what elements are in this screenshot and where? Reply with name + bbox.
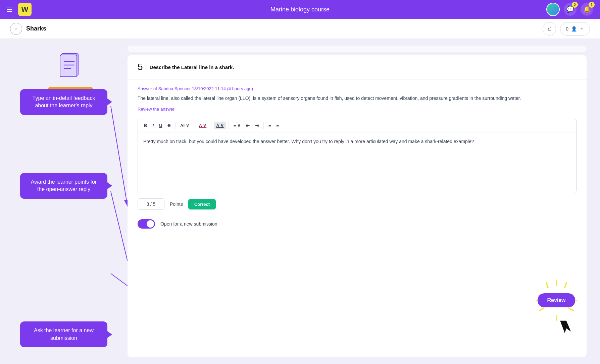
- svg-line-5: [111, 106, 128, 206]
- score-icon: 👤: [571, 26, 577, 32]
- svg-line-16: [546, 283, 548, 288]
- nav-right-actions: 💬 2 🔔 1: [546, 3, 593, 16]
- italic-button[interactable]: I: [150, 122, 156, 129]
- feedback-editor[interactable]: B I U S AI ∨ A ∨ A ∨ ≡ ∨ ⇤ ⇥ ≡ ≡: [138, 119, 577, 193]
- correct-button[interactable]: Correct: [188, 199, 216, 209]
- notifications-badge: 1: [589, 2, 595, 8]
- app-logo[interactable]: W: [18, 3, 32, 16]
- messages-button[interactable]: 💬 2: [564, 3, 577, 16]
- toolbar-separator-5: [263, 122, 264, 129]
- submission-toggle[interactable]: [138, 219, 155, 229]
- fontsize-button[interactable]: AI ∨: [178, 122, 191, 129]
- points-label: Points: [170, 201, 183, 207]
- svg-line-10: [565, 283, 566, 288]
- bold-button[interactable]: B: [142, 122, 149, 129]
- tooltip-points-arrow: [107, 182, 112, 189]
- highlight-button[interactable]: A ∨: [214, 122, 226, 129]
- svg-line-12: [569, 308, 573, 310]
- tooltip-submission-text: Ask the learner for a new submission: [34, 327, 94, 341]
- svg-line-7: [111, 274, 128, 286]
- messages-badge: 2: [572, 2, 578, 8]
- tooltip-submission: Ask the learner for a new submission: [20, 321, 107, 347]
- notifications-button[interactable]: 🔔 1: [581, 3, 593, 16]
- page-title: Marine biology course: [270, 6, 330, 13]
- tooltip-submission-arrow: [107, 331, 112, 338]
- indent-right-button[interactable]: ⇥: [253, 122, 261, 129]
- question-number: 5: [138, 62, 143, 72]
- question-card: 5 Describe the Lateral line in a shark. …: [128, 55, 587, 357]
- top-navigation: ☰ W Marine biology course 💬 2 🔔 1: [0, 0, 600, 19]
- toolbar-separator-4: [229, 122, 229, 129]
- tooltip-feedback-text: Type an in-detail feedback about the lea…: [33, 95, 95, 108]
- avatar[interactable]: [546, 3, 560, 16]
- answer-text: The lateral line, also called the latera…: [138, 95, 577, 102]
- toolbar-separator-2: [194, 122, 194, 129]
- cursor-area: [533, 320, 580, 337]
- indent-left-button[interactable]: ⇤: [244, 122, 252, 129]
- toggle-label: Open for a new submission: [160, 221, 217, 227]
- fontcolor-button[interactable]: A ∨: [197, 122, 209, 129]
- numbered-list-button[interactable]: ≡: [274, 122, 281, 129]
- tooltip-arrow: [107, 99, 112, 105]
- toggle-row: Open for a new submission: [128, 215, 587, 233]
- breadcrumb-bar: ‹ Sharks 🖨 0 👤 ＋: [0, 19, 600, 39]
- print-button[interactable]: 🖨: [543, 22, 556, 36]
- document-icon: [59, 52, 82, 84]
- feedback-text: Pretty much on track, but you could have…: [143, 139, 474, 144]
- breadcrumb-left: ‹ Sharks: [10, 23, 46, 35]
- bullet-list-button[interactable]: ≡: [266, 122, 273, 129]
- score-button[interactable]: 0 👤 ＋: [560, 22, 590, 36]
- tooltip-points-text: Award the learner points for the open-an…: [31, 179, 97, 192]
- strikethrough-button[interactable]: S: [165, 122, 172, 129]
- menu-icon[interactable]: ☰: [7, 5, 13, 13]
- answer-section: Answer of Sabrina Spencer 18/10/2022 11:…: [128, 79, 587, 119]
- back-button[interactable]: ‹: [10, 23, 22, 35]
- question-text: Describe the Lateral line in a shark.: [150, 64, 234, 70]
- cursor-icon: [560, 320, 573, 337]
- breadcrumb-right: 🖨 0 👤 ＋: [543, 22, 590, 36]
- svg-marker-17: [560, 320, 571, 334]
- answer-meta: Answer of Sabrina Spencer 18/10/2022 11:…: [138, 86, 577, 91]
- editor-content[interactable]: Pretty much on track, but you could have…: [138, 132, 576, 193]
- svg-line-6: [111, 191, 128, 261]
- card-top-partial: [128, 46, 587, 52]
- add-icon: ＋: [580, 26, 584, 32]
- review-button-area: Review: [533, 277, 580, 337]
- document-icon-area: Correction pending: [47, 52, 94, 94]
- underline-button[interactable]: U: [157, 122, 164, 129]
- points-input[interactable]: [138, 198, 164, 210]
- align-button[interactable]: ≡ ∨: [232, 122, 243, 129]
- review-button[interactable]: Review: [538, 293, 575, 307]
- main-content: Correction pending Type an in-detail fee…: [0, 39, 600, 364]
- svg-line-14: [540, 308, 544, 310]
- toolbar-separator-1: [175, 122, 176, 129]
- review-sunburst: Review: [533, 277, 580, 324]
- editor-toolbar: B I U S AI ∨ A ∨ A ∨ ≡ ∨ ⇤ ⇥ ≡ ≡: [138, 119, 576, 132]
- toggle-knob: [147, 220, 154, 228]
- toolbar-separator-3: [211, 122, 211, 129]
- breadcrumb-title: Sharks: [26, 25, 46, 32]
- tooltip-feedback: Type an in-detail feedback about the lea…: [20, 89, 107, 115]
- left-sidebar: Correction pending Type an in-detail fee…: [13, 46, 128, 357]
- right-panel: 5 Describe the Lateral line in a shark. …: [128, 46, 587, 357]
- svg-rect-1: [60, 55, 77, 77]
- question-header: 5 Describe the Lateral line in a shark.: [128, 55, 587, 79]
- review-answer-link[interactable]: Review the answer: [138, 107, 174, 112]
- points-row: Points Correct: [128, 193, 587, 215]
- tooltip-points: Award the learner points for the open-an…: [20, 173, 107, 199]
- score-value: 0: [566, 26, 568, 32]
